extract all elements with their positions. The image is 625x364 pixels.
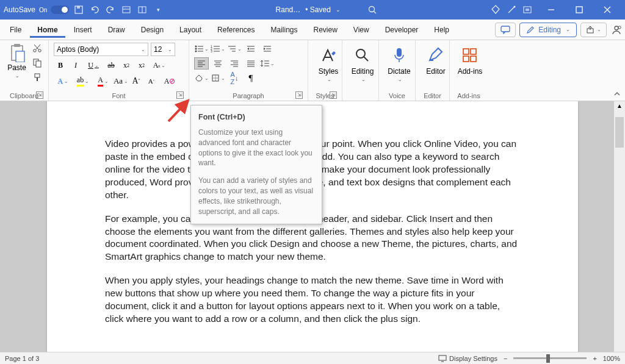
menu-home[interactable]: Home: [30, 22, 65, 38]
svg-line-81: [168, 101, 188, 121]
font-size-combo[interactable]: 12⌄: [151, 43, 175, 56]
shading-button[interactable]: ⌄: [194, 72, 209, 84]
vertical-scrollbar[interactable]: ▲: [614, 101, 625, 352]
borders-button[interactable]: ⌄: [211, 72, 225, 84]
highlight-button[interactable]: ab⌄: [74, 74, 92, 88]
clear-formatting-button[interactable]: A⊘: [160, 74, 173, 88]
autosave-toggle[interactable]: [51, 5, 69, 14]
addins-button[interactable]: Add-ins: [455, 43, 485, 76]
show-marks-button[interactable]: ¶: [244, 72, 258, 84]
format-painter-button[interactable]: [31, 72, 43, 83]
addins-label: Add-ins: [458, 67, 483, 76]
comments-button[interactable]: [495, 23, 516, 37]
font-tooltip: Font (Ctrl+D) Customize your text using …: [190, 105, 322, 224]
menu-design[interactable]: Design: [134, 22, 171, 38]
styles-button[interactable]: Styles ⌄: [313, 43, 344, 82]
shrink-font-button[interactable]: Aˇ: [145, 74, 158, 88]
save-icon[interactable]: [73, 4, 85, 16]
bullets-button[interactable]: ⌄: [194, 43, 209, 55]
zoom-in-button[interactable]: +: [593, 355, 596, 362]
copy-button[interactable]: [31, 57, 43, 68]
tooltip-body-1: Customize your text using advanced font …: [198, 127, 314, 168]
zoom-level[interactable]: 100%: [603, 355, 620, 362]
text-effects-button[interactable]: A⌄: [54, 74, 72, 88]
decrease-indent-button[interactable]: [244, 43, 258, 55]
menu-insert[interactable]: Insert: [67, 22, 99, 38]
editor-button[interactable]: Editor: [421, 43, 451, 76]
redo-icon[interactable]: [104, 4, 117, 16]
dictate-button[interactable]: Dictate ⌄: [384, 43, 414, 82]
maximize-button[interactable]: [565, 0, 593, 20]
editing-mode-button[interactable]: Editing ⌄: [519, 23, 577, 37]
menu-references[interactable]: References: [210, 22, 262, 38]
search-icon[interactable]: [366, 4, 378, 16]
svg-rect-75: [397, 48, 402, 57]
scrollbar-thumb[interactable]: [615, 117, 624, 148]
menu-help[interactable]: Help: [427, 22, 457, 38]
italic-button[interactable]: I: [69, 59, 82, 72]
underline-button[interactable]: U⌄: [84, 59, 103, 72]
align-left-button[interactable]: [194, 57, 209, 70]
menu-view[interactable]: View: [346, 22, 377, 38]
strikethrough-button[interactable]: ab: [104, 59, 118, 72]
display-settings-button[interactable]: Display Settings: [438, 355, 497, 362]
scroll-up-icon[interactable]: ▲: [616, 102, 623, 110]
account-icon[interactable]: [610, 24, 623, 36]
menu-review[interactable]: Review: [306, 22, 345, 38]
diamond-icon[interactable]: [490, 4, 502, 16]
share-button[interactable]: ⌄: [580, 23, 607, 37]
justify-button[interactable]: [244, 57, 258, 70]
zoom-slider[interactable]: [513, 357, 587, 359]
scissors-icon: [32, 43, 42, 53]
increase-indent-button[interactable]: [260, 43, 275, 55]
wand-icon[interactable]: [505, 4, 518, 16]
save-status-chevron-icon[interactable]: ⌄: [336, 7, 341, 13]
paste-button[interactable]: Paste ⌄: [5, 43, 29, 83]
menu-developer[interactable]: Developer: [378, 22, 426, 38]
save-status[interactable]: • Saved: [305, 5, 331, 14]
menu-draw[interactable]: Draw: [101, 22, 132, 38]
superscript-button[interactable]: x2: [135, 59, 148, 72]
character-shading-button[interactable]: Aa⌄: [114, 74, 128, 88]
multilevel-list-button[interactable]: ⌄: [227, 43, 242, 55]
change-case-button[interactable]: A₀⌄: [150, 59, 168, 72]
paragraph-3[interactable]: When you apply styles, your headings cha…: [105, 274, 520, 326]
align-right-button[interactable]: [227, 57, 242, 70]
font-family-combo[interactable]: Aptos (Body)⌄: [54, 43, 148, 56]
cut-button[interactable]: [31, 43, 43, 54]
search-icon: [355, 45, 370, 66]
align-center-button[interactable]: [211, 57, 225, 70]
minimize-button[interactable]: [537, 0, 565, 20]
zoom-slider-thumb[interactable]: [546, 354, 550, 363]
menu-layout[interactable]: Layout: [172, 22, 209, 38]
menu-mailings[interactable]: Mailings: [263, 22, 305, 38]
bold-button[interactable]: B: [54, 59, 67, 72]
editing-button[interactable]: Editing ⌄: [347, 43, 378, 82]
sort-button[interactable]: AZ↓: [227, 72, 242, 84]
window-mode-icon[interactable]: [521, 4, 533, 16]
title-bar: AutoSave On ▾ Rand… • Saved ⌄: [0, 0, 625, 20]
page-indicator[interactable]: Page 1 of 3: [5, 355, 39, 362]
line-spacing-button[interactable]: ⌄: [260, 57, 275, 70]
qat-icon-1[interactable]: [120, 4, 132, 16]
addins-group-label: Add-ins: [457, 92, 480, 99]
paragraph-launcher[interactable]: ⇲: [295, 91, 303, 99]
clipboard-launcher[interactable]: ⇲: [36, 91, 43, 99]
svg-rect-80: [471, 56, 476, 62]
collapse-ribbon-button[interactable]: [613, 90, 621, 98]
editor-group-label: Editor: [424, 92, 441, 99]
close-button[interactable]: [593, 0, 621, 20]
subscript-button[interactable]: x2: [120, 59, 133, 72]
zoom-out-button[interactable]: −: [504, 355, 507, 362]
brush-icon: [32, 73, 42, 82]
qat-customize-icon[interactable]: ▾: [152, 4, 164, 16]
undo-icon[interactable]: [89, 4, 101, 16]
grow-font-button[interactable]: Aˆ: [129, 74, 143, 88]
styles-launcher[interactable]: ⇲: [330, 91, 337, 99]
qat-icon-2[interactable]: [136, 4, 148, 16]
chevron-down-icon: ⌄: [15, 73, 20, 79]
menu-file[interactable]: File: [2, 22, 29, 38]
editor-icon: [427, 45, 444, 66]
numbering-button[interactable]: 123⌄: [211, 43, 225, 55]
font-color-button[interactable]: A⌄: [94, 74, 112, 88]
